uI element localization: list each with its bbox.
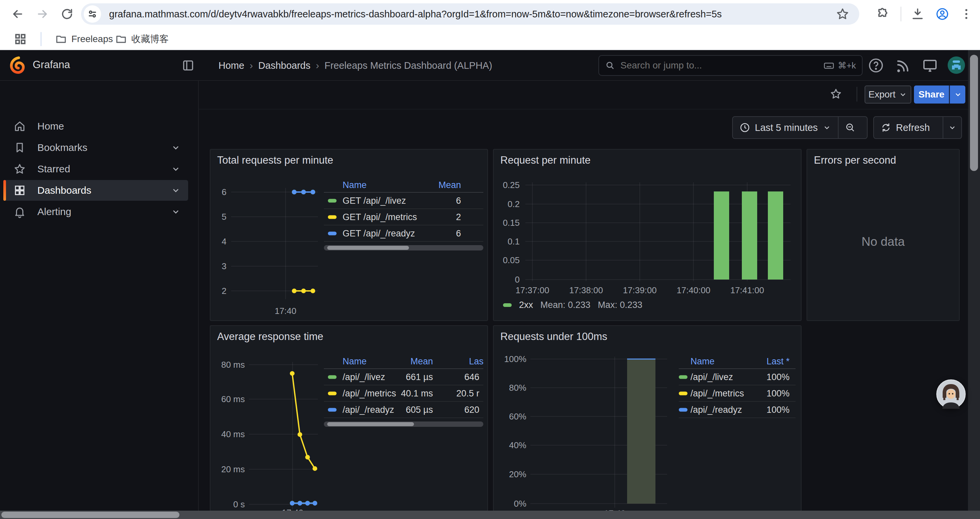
news-rss-icon[interactable] (895, 57, 911, 73)
bar (742, 192, 757, 279)
apps-grid-icon[interactable] (12, 31, 29, 48)
series-name[interactable]: /api/_/livez (690, 372, 733, 382)
chevron-down-icon[interactable] (171, 185, 181, 195)
legend-row[interactable]: /api/_/metrics 40.1 ms 20.5 r (324, 385, 483, 402)
series-name[interactable]: GET /api/_/readyz (342, 228, 415, 238)
panel-errors-per-second[interactable]: Errors per second No data (807, 149, 960, 321)
search-input[interactable] (620, 60, 819, 71)
legend-col-last[interactable]: Las (469, 356, 484, 367)
legend-row[interactable]: GET /api/_/metrics 2 (324, 209, 483, 225)
bookmark-folder-blogs[interactable]: 收藏博客 (110, 31, 174, 47)
breadcrumb-dashboards[interactable]: Dashboards (258, 60, 310, 71)
series-name[interactable]: 2xx (519, 300, 533, 310)
share-button[interactable]: Share (914, 86, 949, 104)
chevron-down-icon[interactable] (171, 143, 181, 153)
extensions-icon[interactable] (874, 6, 891, 22)
refresh-group: Refresh (873, 116, 962, 139)
breadcrumb-separator: › (316, 60, 319, 71)
omnibox[interactable] (81, 3, 859, 25)
series-color-swatch (679, 375, 687, 379)
reload-icon[interactable] (59, 6, 75, 22)
series-last-value: 100% (767, 404, 789, 415)
panel-total-requests-per-minute[interactable]: Total requests per minute 6543217:40 Nam… (210, 149, 488, 321)
legend-row[interactable]: GET /api/_/livez 6 (324, 193, 483, 209)
legend-scrollbar[interactable] (324, 422, 483, 427)
series-name[interactable]: /api/_/metrics (690, 388, 744, 398)
sidebar-item-dashboards[interactable]: Dashboards (3, 180, 188, 201)
bookmark-star-icon[interactable] (836, 7, 849, 21)
help-icon[interactable] (868, 57, 884, 73)
chevron-down-icon[interactable] (171, 164, 181, 174)
series-name[interactable]: GET /api/_/livez (342, 195, 406, 206)
zoom-out-button[interactable] (838, 117, 862, 138)
sidebar-collapse-icon[interactable] (181, 59, 195, 72)
grafana-logo[interactable] (10, 56, 27, 74)
time-range-label: Last 5 minutes (755, 122, 818, 133)
y-tick-label: 0 s (233, 499, 245, 509)
series-mean-value: 2 (456, 212, 461, 222)
user-avatar[interactable] (947, 56, 965, 74)
legend-row[interactable]: /api/_/readyz 605 µs 620 (324, 402, 483, 418)
data-point (310, 289, 315, 293)
series-last-value: 100% (767, 388, 789, 398)
sidebar-item-home[interactable]: Home (3, 116, 188, 137)
legend-row[interactable]: /api/_/metrics 100% (679, 385, 795, 402)
menu-dots-icon[interactable] (958, 6, 975, 22)
panel-average-response-time[interactable]: Average response time 80 ms60 ms40 ms20 … (210, 325, 488, 519)
y-tick-label: 0.05 (503, 255, 520, 265)
series-name[interactable]: /api/_/readyz (690, 404, 742, 415)
bookmarks-bar: Freeleaps 收藏博客 (0, 28, 980, 50)
time-range-picker[interactable]: Last 5 minutes (733, 117, 838, 138)
download-icon[interactable] (909, 6, 926, 22)
export-button[interactable]: Export (865, 86, 911, 104)
legend-row[interactable]: 2xx Mean: 0.233 Max: 0.233 (503, 300, 643, 310)
back-icon[interactable] (10, 6, 26, 22)
favorite-star-icon[interactable] (830, 88, 842, 100)
legend-col-last[interactable]: Last * (767, 356, 789, 367)
y-tick-label: 20 ms (221, 464, 245, 474)
site-settings-icon[interactable] (84, 5, 101, 23)
series-name[interactable]: GET /api/_/metrics (342, 212, 417, 222)
bar (714, 192, 729, 279)
panel-request-per-minute[interactable]: Request per minute 0.250.20.150.10.05017… (493, 149, 802, 321)
share-dropdown-button[interactable] (950, 86, 965, 104)
sidebar-item-alerting[interactable]: Alerting (3, 201, 188, 222)
x-tick-label: 17:37:00 (515, 285, 549, 295)
horizontal-scrollbar-thumb[interactable] (2, 512, 180, 518)
y-tick-label: 6 (222, 187, 226, 197)
y-tick-label: 40% (509, 440, 527, 450)
dashboard-toolbar (199, 81, 980, 110)
refresh-button[interactable]: Refresh (874, 117, 943, 138)
refresh-interval-dropdown[interactable] (943, 117, 961, 138)
vertical-scrollbar-thumb[interactable] (970, 55, 978, 171)
monitor-icon[interactable] (922, 57, 938, 73)
series-color-swatch (503, 303, 512, 307)
chevron-down-icon (954, 90, 963, 99)
data-point (298, 432, 302, 437)
legend-row[interactable]: /api/_/livez 100% (679, 369, 795, 385)
url-input[interactable] (108, 8, 859, 20)
legend-row[interactable]: /api/_/readyz 100% (679, 402, 795, 418)
series-name[interactable]: /api/_/livez (342, 372, 385, 382)
breadcrumb-home[interactable]: Home (218, 60, 244, 71)
series-name[interactable]: /api/_/metrics (342, 388, 396, 398)
bookmark-folder-freeleaps[interactable]: Freeleaps (50, 31, 118, 47)
legend-col-mean[interactable]: Mean (438, 180, 461, 190)
assistant-avatar-widget[interactable] (936, 379, 966, 409)
series-name[interactable]: /api/_/readyz (342, 404, 394, 415)
legend-row[interactable]: /api/_/livez 661 µs 646 (324, 369, 483, 385)
legend-col-mean[interactable]: Mean (410, 356, 433, 367)
legend-scrollbar[interactable] (324, 245, 483, 251)
legend-col-name[interactable]: Name (342, 356, 367, 367)
legend-col-name[interactable]: Name (342, 180, 367, 190)
chevron-down-icon[interactable] (171, 207, 181, 217)
panel-requests-under-100ms[interactable]: Requests under 100ms 100%80%60%40%20%0%1… (493, 325, 802, 519)
y-tick-label: 100% (504, 354, 527, 364)
sidebar-item-bookmarks[interactable]: Bookmarks (3, 137, 188, 158)
profile-icon[interactable] (934, 6, 951, 22)
legend-col-name[interactable]: Name (690, 356, 714, 367)
legend-row[interactable]: GET /api/_/readyz 6 (324, 225, 483, 242)
search-box[interactable]: ⌘+k (598, 55, 862, 76)
forward-icon[interactable] (34, 6, 51, 22)
sidebar-item-starred[interactable]: Starred (3, 159, 188, 179)
